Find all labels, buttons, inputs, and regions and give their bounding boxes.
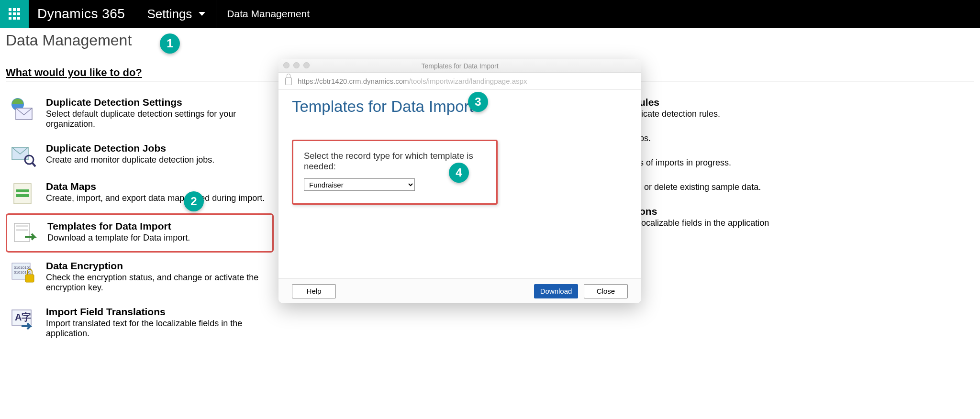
close-button[interactable]: Close bbox=[584, 284, 628, 298]
item-desc: Create, import, and export data maps use… bbox=[46, 193, 265, 203]
svg-rect-7 bbox=[16, 194, 29, 197]
item-desc: Import translated text for the localizab… bbox=[46, 319, 271, 339]
annotation-badge-3: 3 bbox=[468, 92, 488, 112]
url-text: https://cbtr1420.crm.dynamics.com/tools/… bbox=[298, 77, 527, 85]
download-button[interactable]: Download bbox=[534, 284, 578, 298]
item-title: ules bbox=[639, 97, 720, 108]
item-title: ons bbox=[639, 206, 769, 217]
top-navbar: Dynamics 365 Settings Data Management bbox=[0, 0, 980, 28]
item-desc: Create and monitor duplicate detection j… bbox=[46, 155, 214, 165]
left-column: Duplicate Detection Settings Select defa… bbox=[6, 90, 274, 345]
item-duplicate-detection-settings[interactable]: Duplicate Detection Settings Select defa… bbox=[6, 90, 274, 136]
svg-rect-14 bbox=[25, 275, 34, 282]
annotation-badge-2: 2 bbox=[184, 191, 204, 211]
nav-breadcrumb-label: Data Management bbox=[227, 8, 310, 20]
nav-settings-label: Settings bbox=[147, 7, 192, 22]
item-desc: licate detection rules. bbox=[639, 109, 720, 119]
item-right-1[interactable]: ules licate detection rules. bbox=[609, 90, 896, 126]
svg-rect-6 bbox=[16, 189, 29, 192]
svg-rect-10 bbox=[16, 229, 28, 231]
item-desc: localizable fields in the application bbox=[639, 218, 769, 228]
translation-icon: A字 bbox=[9, 306, 36, 331]
annotation-badge-1: 1 bbox=[160, 33, 180, 54]
svg-rect-5 bbox=[14, 184, 31, 204]
item-desc: , or delete existing sample data. bbox=[639, 182, 761, 192]
item-title: Data Maps bbox=[46, 181, 265, 192]
close-icon[interactable] bbox=[283, 62, 290, 68]
item-import-field-translations[interactable]: A字 Import Field Translations Import tran… bbox=[6, 299, 274, 345]
item-title: Data Encryption bbox=[46, 260, 271, 272]
item-desc: Download a template for Data import. bbox=[47, 233, 190, 243]
record-type-select[interactable]: Fundraiser bbox=[304, 178, 415, 191]
dialog-urlbar: https://cbtr1420.crm.dynamics.com/tools/… bbox=[278, 73, 641, 90]
item-title: Duplicate Detection Settings bbox=[46, 97, 271, 108]
item-desc: Check the encryption status, and change … bbox=[46, 273, 271, 293]
item-right-3[interactable]: s of imports in progress. bbox=[609, 150, 896, 175]
binary-lock-icon: 0101010101010101 bbox=[9, 260, 36, 285]
item-right-4[interactable]: , or delete existing sample data. bbox=[609, 175, 896, 199]
svg-text:A字: A字 bbox=[15, 312, 31, 322]
item-duplicate-detection-jobs[interactable]: Duplicate Detection Jobs Create and moni… bbox=[6, 136, 274, 174]
item-title: Import Field Translations bbox=[46, 306, 271, 318]
mail-magnify-icon bbox=[9, 143, 36, 167]
app-launcher-button[interactable] bbox=[0, 0, 29, 28]
chevron-down-icon bbox=[199, 12, 205, 16]
lock-icon bbox=[285, 77, 292, 85]
item-right-5[interactable]: ons localizable fields in the applicatio… bbox=[609, 199, 896, 235]
help-button[interactable]: Help bbox=[292, 284, 336, 298]
svg-text:01010101: 01010101 bbox=[14, 270, 31, 275]
nav-settings[interactable]: Settings bbox=[136, 0, 216, 28]
minimize-icon[interactable] bbox=[293, 62, 300, 68]
dialog-heading: Templates for Data Import bbox=[292, 98, 628, 116]
brand-label[interactable]: Dynamics 365 bbox=[29, 0, 136, 28]
item-right-2[interactable]: bs. bbox=[609, 126, 896, 150]
item-templates-data-import[interactable]: Templates for Data Import Download a tem… bbox=[6, 213, 274, 253]
zoom-icon[interactable] bbox=[303, 62, 310, 68]
page-title: Data Management bbox=[6, 32, 974, 49]
dialog-footer: Help Download Close bbox=[278, 278, 641, 303]
item-title: Templates for Data Import bbox=[47, 221, 190, 232]
item-data-maps[interactable]: Data Maps Create, import, and export dat… bbox=[6, 174, 274, 212]
svg-line-4 bbox=[32, 163, 35, 166]
nav-breadcrumb[interactable]: Data Management bbox=[216, 0, 320, 28]
waffle-icon bbox=[9, 8, 20, 20]
annotation-badge-4: 4 bbox=[449, 163, 469, 183]
dialog-titlebar: Templates for Data Import bbox=[278, 59, 641, 73]
template-download-icon bbox=[10, 221, 38, 245]
data-maps-icon bbox=[9, 181, 36, 206]
window-controls[interactable] bbox=[283, 62, 310, 68]
svg-rect-9 bbox=[16, 225, 28, 227]
dialog-body: Templates for Data Import Select the rec… bbox=[278, 90, 641, 278]
item-desc: Select default duplicate detection setti… bbox=[46, 109, 271, 129]
item-desc: s of imports in progress. bbox=[639, 158, 731, 168]
right-column: ules licate detection rules. bs. s of im… bbox=[609, 90, 896, 345]
item-title: Duplicate Detection Jobs bbox=[46, 143, 214, 154]
item-data-encryption[interactable]: 0101010101010101 Data Encryption Check t… bbox=[6, 254, 274, 299]
globe-mail-icon bbox=[9, 97, 36, 121]
dialog-window-title: Templates for Data Import bbox=[421, 62, 498, 70]
